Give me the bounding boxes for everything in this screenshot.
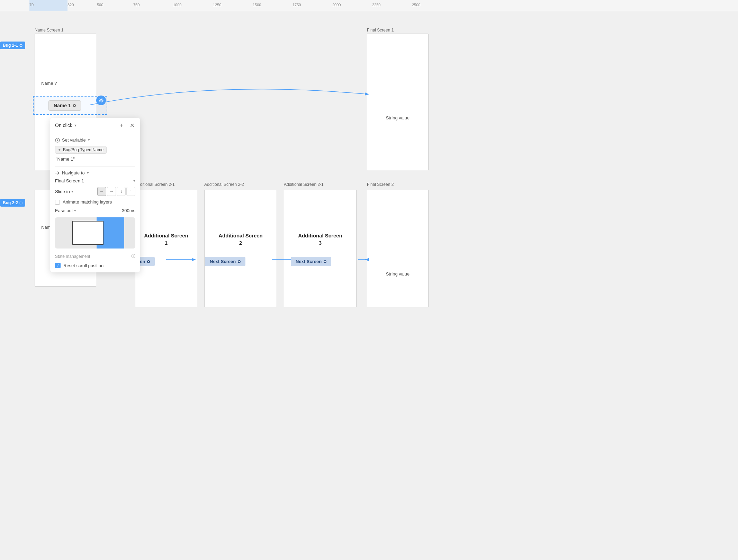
navigate-chevron: ▾ [87,171,89,175]
text-icon: T [58,148,62,152]
screen-btn-dot [147,260,150,263]
reset-scroll-checkbox[interactable]: ✓ [55,263,61,268]
set-variable-label: Set variable [62,137,86,143]
connectors-lower [132,184,374,288]
ease-chevron: ▾ [74,208,76,213]
duration-value[interactable]: 300ms [122,208,135,213]
ruler-mark-320: 320 [68,3,74,7]
popup-close-button[interactable]: ✕ [128,122,135,129]
animation-preview [55,217,135,249]
bug-icon-2-2: ⬡ [19,201,22,205]
animate-matching-checkbox[interactable] [55,200,60,205]
prototype-canvas: Bug 2-1 ⬡ Bug 2-2 ⬡ Name Screen 1 Name ?… [0,11,738,560]
popup-trigger-label: On click [55,123,72,128]
trigger-chevron-icon: ▾ [74,123,76,128]
ruler-mark-2500: 2500 [412,3,420,7]
svg-text:T: T [58,148,61,152]
reset-scroll-label: Reset scroll position [63,263,104,268]
animate-matching-label: Animate matching layers [63,199,112,205]
variable-badge-label: Bug/Bug Typed Name [63,147,104,152]
ease-label: Ease out [55,208,73,213]
ruler-mark-2000: 2000 [332,3,341,7]
next-screen-1-dot [238,260,241,263]
slide-row: Slide in ▾ ← → ↓ ↑ [55,187,135,196]
state-management-row: State management ⓘ [55,253,135,259]
screen-selector[interactable]: Final Screen 1 ▾ [55,178,135,183]
set-variable-chevron: ▾ [88,138,90,142]
popup-add-button[interactable]: + [118,122,125,129]
next-screen-button-1[interactable]: Next Screen [205,257,245,266]
bug-label-2-1-text: Bug 2-1 [3,43,18,48]
name-screen-2-content: Nam [41,225,51,230]
next-screen-1-label: Next Screen [210,259,236,264]
anim-frame-left [72,221,104,245]
arrow-left-button[interactable]: ← [97,187,106,196]
next-screen-2-label: Next Screen [296,259,322,264]
bug-label-2-2-text: Bug 2-2 [3,200,18,205]
popup-header: On click ▾ + ✕ [50,118,140,133]
interaction-popup: On click ▾ + ✕ Set variable ▾ T [50,118,140,272]
animate-matching-row[interactable]: Animate matching layers [55,199,135,205]
popup-trigger-selector[interactable]: On click ▾ [55,123,76,128]
svg-point-0 [100,100,102,101]
direction-arrows: ← → ↓ ↑ [97,187,135,196]
ruler-mark-2250: 2250 [372,3,380,7]
ruler-mark-1250: 1250 [213,3,221,7]
name-1-button[interactable]: Name 1 [48,100,81,111]
reset-scroll-row[interactable]: ✓ Reset scroll position [55,263,135,268]
ruler-mark-750: 750 [133,3,140,7]
popup-header-actions: + ✕ [118,122,135,129]
slide-label: Slide in [55,189,70,194]
set-variable-section-header[interactable]: Set variable ▾ [55,137,135,143]
ease-row: Ease out ▾ 300ms [55,208,135,213]
target-screen-label: Final Screen 1 [55,178,84,183]
bug-label-2-2[interactable]: Bug 2-2 ⬡ [0,199,25,207]
variable-value: "Name 1" [55,156,135,162]
gear-icon [99,98,104,103]
ruler-mark-1000: 1000 [173,3,181,7]
state-management-label: State management [55,254,90,259]
ruler-mark-1500: 1500 [253,3,261,7]
ruler-mark-1750: 1750 [292,3,301,7]
bug-icon-2-1: ⬡ [19,44,22,47]
arrow-down-button[interactable]: ↓ [117,187,126,196]
variable-badge[interactable]: T Bug/Bug Typed Name [55,146,107,154]
next-screen-button-2[interactable]: Next Screen [291,257,331,266]
ruler-mark-500: 500 [97,3,103,7]
next-screen-2-dot [324,260,326,263]
name-1-label: Name 1 [54,103,71,108]
navigate-label: Navigate to [62,170,85,175]
arrow-right-button[interactable]: → [107,187,116,196]
name-1-dot [73,104,76,107]
arrow-up-button[interactable]: ↑ [126,187,135,196]
navigate-header[interactable]: Navigate to ▾ [55,170,135,175]
popup-body: Set variable ▾ T Bug/Bug Typed Name "Nam… [50,133,140,272]
set-variable-icon [55,138,60,143]
slide-selector[interactable]: Slide in ▾ [55,189,73,194]
ruler-mark-70: 70 [29,3,34,7]
slide-chevron: ▾ [71,189,73,194]
final-screen-2-content: String value [367,271,428,277]
navigate-arrow-icon [55,171,60,175]
state-info-icon[interactable]: ⓘ [131,253,135,259]
timeline-ruler: 70 320 500 750 1000 1250 1500 1750 2000 … [0,0,738,11]
navigate-section: Navigate to ▾ Final Screen 1 ▾ Slide in … [55,166,135,249]
target-screen-chevron: ▾ [133,179,135,183]
bug-label-2-1[interactable]: Bug 2-1 ⬡ [0,42,25,49]
ease-selector[interactable]: Ease out ▾ [55,208,76,213]
svg-point-2 [57,139,58,141]
gear-bubble[interactable] [96,96,106,105]
